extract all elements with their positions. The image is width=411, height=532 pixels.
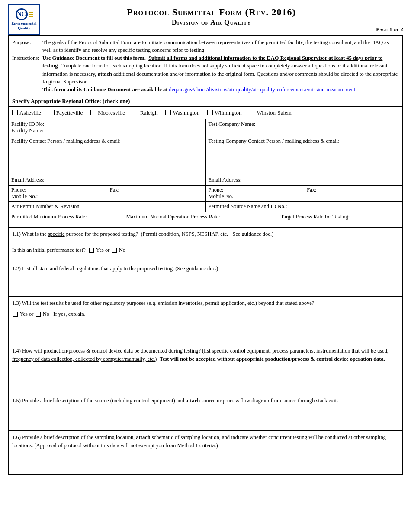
process-row: Permitted Maximum Process Rate: Maximum … (9, 212, 402, 228)
q1-2-text: 1.2) List all state and federal regulati… (12, 265, 399, 273)
checkbox-wilmington-box[interactable] (207, 110, 213, 115)
facility-contact-label: Facility Contact Person / mailing addres… (11, 138, 203, 144)
facility-id-row: Facility ID No: Facility Name: Test Comp… (9, 119, 402, 136)
q1-3-yesno: Yes or No If yes, explain. (12, 310, 399, 318)
question-1-2: 1.2) List all state and federal regulati… (9, 262, 402, 297)
q1-6-text: 1.6) Provide a brief description of the … (12, 433, 399, 450)
form-available-label: This form and its Guidance Document are … (42, 87, 167, 93)
q1-1-specific: specific (48, 231, 65, 237)
email-right-label: Email Address: (209, 177, 242, 183)
nc-logo: NC Environmental Quality (8, 4, 40, 35)
q1-3-no-label: No (43, 311, 49, 317)
raleigh-label: Raleigh (140, 109, 157, 116)
no-label: No (119, 247, 125, 253)
instructions-line1: Use Guidance Document to fill out this f… (42, 55, 146, 61)
q1-3-yes-checkbox[interactable] (13, 312, 18, 317)
asheville-label: Asheville (19, 109, 41, 116)
q1-3-explain: If yes, explain. (53, 311, 85, 317)
checkbox-winstonsalem-box[interactable] (250, 110, 255, 115)
checkbox-mooresville-box[interactable] (90, 110, 96, 115)
q1-3-no-checkbox[interactable] (36, 312, 41, 317)
phone-fax-right: Phone: Mobile No.: Fax: (206, 186, 403, 201)
fayetteville-label: Fayetteville (56, 109, 83, 116)
testing-contact-col: Testing Company Contact Person / mailing… (206, 136, 403, 175)
phone-right-col: Phone: Mobile No.: Fax: (206, 186, 403, 201)
permitted-max-process-col: Permitted Maximum Process Rate: (9, 212, 123, 227)
page-info: Page 1 of 2 (376, 26, 403, 35)
q1-3-yes-label: Yes or (20, 311, 34, 317)
phone-label-right: Phone: Mobile No.: (206, 186, 304, 201)
instructions-text: Use Guidance Document to fill out this f… (42, 54, 399, 86)
air-permit-col: Air Permit Number & Revision: (9, 202, 206, 212)
winstonsalem-label: Winston-Salem (257, 109, 292, 116)
q1-1-text: 1.1) What is the specific purpose for th… (12, 230, 399, 238)
purpose-label: Purpose: (12, 38, 42, 54)
purpose-section: Purpose: The goals of the Protocol Submi… (9, 36, 402, 96)
phone-row: Phone: Mobile No.: Fax: Phone: Mobile No… (9, 186, 402, 202)
phone-left-col: Phone: Mobile No.: Fax: (9, 186, 206, 201)
title-block: Protocol Submittal Form (Rev. 2016) Divi… (47, 4, 376, 26)
facility-name-label: Facility Name: (11, 128, 203, 134)
form-url[interactable]: deq.nc.gov/about/divisions/air-quality/a… (169, 87, 355, 93)
question-1-1: 1.1) What is the specific purpose for th… (9, 228, 402, 262)
nc-letters: NC (17, 11, 26, 18)
initial-test-yes-checkbox[interactable] (89, 248, 94, 253)
facility-id-label: Facility ID No: (11, 121, 203, 128)
email-right-col: Email Address: (206, 175, 403, 185)
yes-label: Yes or (96, 247, 110, 253)
permitted-source-col: Permitted Source Name and ID No.: (206, 202, 403, 212)
testing-company-contact-label: Testing Company Contact Person / mailing… (209, 138, 400, 144)
checkbox-washington-box[interactable] (165, 110, 171, 115)
q1-5-text: 1.5) Provide a brief description of the … (12, 397, 399, 405)
question-1-5: 1.5) Provide a brief description of the … (9, 394, 402, 431)
test-company-label: Test Company Name: (209, 121, 400, 128)
checkbox-winstonsalem[interactable]: Winston-Salem (250, 109, 292, 116)
q1-4-text: 1.4) How will production/process & contr… (12, 347, 399, 363)
question-1-4: 1.4) How will production/process & contr… (9, 344, 402, 394)
email-row: Email Address: Email Address: (9, 175, 402, 186)
page-header: NC Environmental Quality Protocol Submit… (8, 4, 403, 35)
q1-1-subtext: Is this an initial performance test? Yes… (12, 246, 399, 254)
permit-row: Air Permit Number & Revision: Permitted … (9, 202, 402, 212)
checkbox-asheville-box[interactable] (12, 110, 18, 115)
email-left-col: Email Address: (9, 175, 206, 185)
question-1-3: 1.3) Will the test results be used for o… (9, 297, 402, 344)
checkbox-wilmington[interactable]: Wilmington (207, 109, 241, 116)
form-url-end: . (355, 87, 356, 93)
q1-3-text: 1.3) Will the test results be used for o… (12, 299, 399, 308)
checkbox-fayetteville-box[interactable] (49, 110, 55, 115)
checkbox-fayetteville[interactable]: Fayetteville (49, 109, 83, 116)
purpose-text: The goals of the Protocol Submittal Form… (42, 38, 399, 54)
facility-id-col: Facility ID No: Facility Name: (9, 119, 206, 136)
fax-label-left: Fax: (107, 186, 206, 201)
q1-6-bold: attach (136, 434, 150, 440)
email-left-label: Email Address: (11, 177, 45, 183)
washington-label: Washington (173, 109, 199, 116)
form-container: Purpose: The goals of the Protocol Submi… (8, 35, 403, 475)
contact-row: Facility Contact Person / mailing addres… (9, 136, 402, 175)
test-company-col: Test Company Name: (206, 119, 403, 136)
q1-5-bold: attach (186, 397, 200, 404)
page-subtitle: Division of Air Quality (47, 19, 376, 26)
facility-contact-col: Facility Contact Person / mailing addres… (9, 136, 206, 175)
checkbox-washington[interactable]: Washington (165, 109, 199, 116)
regional-office-checkboxes: Asheville Fayetteville Mooresville Ralei… (9, 107, 402, 119)
checkbox-mooresville[interactable]: Mooresville (90, 109, 125, 116)
phone-label-left: Phone: Mobile No.: (9, 186, 107, 201)
max-normal-operation-col: Maximum Normal Operation Process Rate: (123, 212, 278, 227)
q1-4-bold: Test will not be accepted without approp… (160, 356, 385, 362)
checkbox-asheville[interactable]: Asheville (12, 109, 41, 116)
logo-subtitle: Environmental Quality (12, 21, 37, 31)
regional-office-header: Specify Appropriate Regional Office: (ch… (9, 96, 402, 107)
wilmington-label: Wilmington (215, 109, 241, 116)
checkbox-raleigh[interactable]: Raleigh (133, 109, 157, 116)
form-available: This form and its Guidance Document are … (42, 86, 399, 93)
checkbox-raleigh-box[interactable] (133, 110, 138, 115)
page-title: Protocol Submittal Form (Rev. 2016) (47, 6, 376, 18)
fax-label-right: Fax: (304, 186, 402, 201)
instructions-label: Instructions: (12, 54, 42, 86)
logo-block: NC Environmental Quality (8, 4, 47, 35)
initial-test-no-checkbox[interactable] (112, 248, 117, 253)
mooresville-label: Mooresville (98, 109, 125, 116)
instructions-attach: attach (98, 71, 112, 77)
